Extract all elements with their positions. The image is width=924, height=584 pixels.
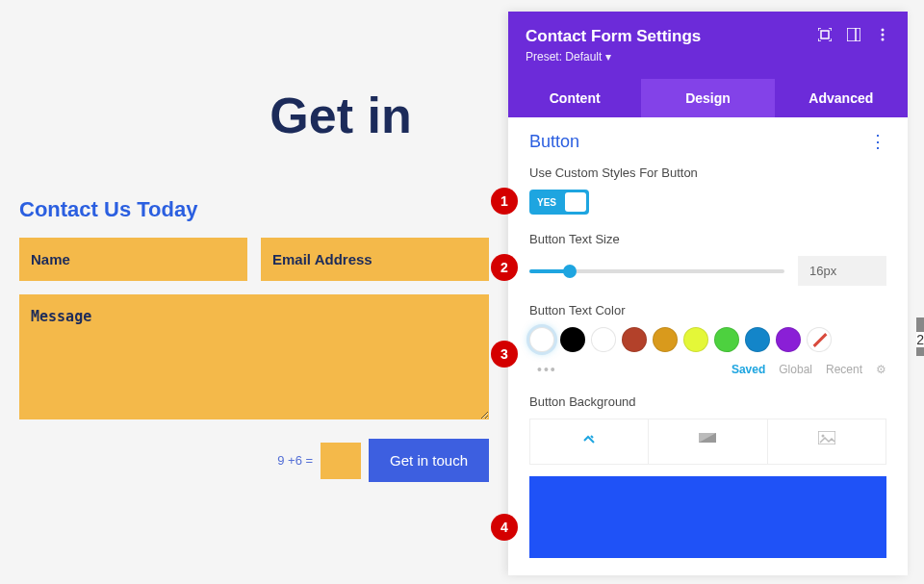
svg-point-3 — [882, 29, 885, 32]
swatch-white[interactable] — [591, 327, 616, 352]
email-field[interactable] — [261, 238, 489, 281]
custom-styles-toggle[interactable]: YES — [529, 190, 589, 215]
focus-icon[interactable] — [817, 27, 833, 42]
message-field[interactable] — [19, 294, 489, 419]
text-size-value[interactable]: 16px — [798, 256, 886, 286]
section-menu-icon[interactable]: ⋮ — [869, 131, 886, 152]
bg-tabs — [529, 419, 886, 465]
swatch-black[interactable] — [560, 327, 585, 352]
swatch-tab-saved[interactable]: Saved — [732, 363, 765, 376]
captcha-label: 9 +6 = — [277, 453, 313, 468]
svg-point-5 — [882, 38, 885, 41]
swatch-brown[interactable] — [622, 327, 647, 352]
section-title: Button — [529, 132, 579, 152]
bg-tab-color[interactable] — [530, 419, 649, 464]
swatch-tab-recent[interactable]: Recent — [826, 363, 862, 376]
bg-tab-gradient[interactable] — [649, 419, 767, 464]
settings-panel: Contact Form Settings Preset: Default ▾ … — [508, 12, 908, 575]
tab-design[interactable]: Design — [641, 79, 774, 117]
callout-1: 1 — [491, 188, 518, 215]
swatch-none[interactable] — [807, 327, 832, 352]
text-size-label: Button Text Size — [529, 232, 886, 246]
svg-rect-1 — [847, 28, 860, 41]
swatch-purple[interactable] — [776, 327, 801, 352]
slider-thumb[interactable] — [563, 265, 577, 278]
panel-tabs: Content Design Advanced — [508, 79, 908, 117]
text-color-label: Button Text Color — [529, 303, 886, 317]
svg-rect-0 — [821, 31, 829, 38]
swatch-yellow[interactable] — [683, 327, 708, 352]
captcha-input[interactable] — [321, 443, 361, 479]
swatch-current[interactable] — [529, 327, 554, 352]
callout-4: 4 — [491, 514, 518, 541]
svg-point-4 — [882, 34, 885, 37]
gear-icon[interactable]: ⚙ — [876, 363, 886, 376]
submit-button[interactable]: Get in touch — [369, 439, 489, 482]
bg-preview[interactable] — [529, 476, 886, 558]
form-heading: Contact Us Today — [19, 197, 489, 222]
callout-2: 2 — [491, 254, 518, 281]
bg-tab-image[interactable] — [768, 419, 886, 464]
layout-icon[interactable] — [846, 27, 861, 42]
tab-content[interactable]: Content — [508, 79, 641, 117]
edge-number: 2 — [916, 332, 924, 347]
swatch-green[interactable] — [714, 327, 739, 352]
swatch-blue[interactable] — [745, 327, 770, 352]
panel-preset[interactable]: Preset: Default ▾ — [526, 50, 701, 63]
tab-advanced[interactable]: Advanced — [775, 79, 908, 117]
page-title: Get in — [192, 87, 489, 144]
panel-title: Contact Form Settings — [526, 27, 701, 46]
swatch-amber[interactable] — [653, 327, 678, 352]
callout-3: 3 — [491, 341, 518, 368]
canvas-area: Get in Contact Us Today 9 +6 = Get in to… — [0, 0, 508, 584]
text-size-slider[interactable] — [529, 269, 784, 273]
svg-point-9 — [821, 435, 824, 438]
kebab-icon[interactable] — [875, 27, 890, 42]
custom-styles-label: Use Custom Styles For Button — [529, 165, 886, 180]
panel-header: Contact Form Settings Preset: Default ▾ — [508, 12, 908, 79]
name-field[interactable] — [19, 238, 247, 281]
swatch-row — [529, 327, 886, 352]
swatch-more-icon[interactable]: ••• — [537, 362, 557, 377]
swatch-tab-global[interactable]: Global — [779, 363, 812, 376]
background-label: Button Background — [529, 394, 886, 409]
toggle-yes-label: YES — [529, 197, 556, 208]
toggle-knob — [565, 192, 586, 212]
